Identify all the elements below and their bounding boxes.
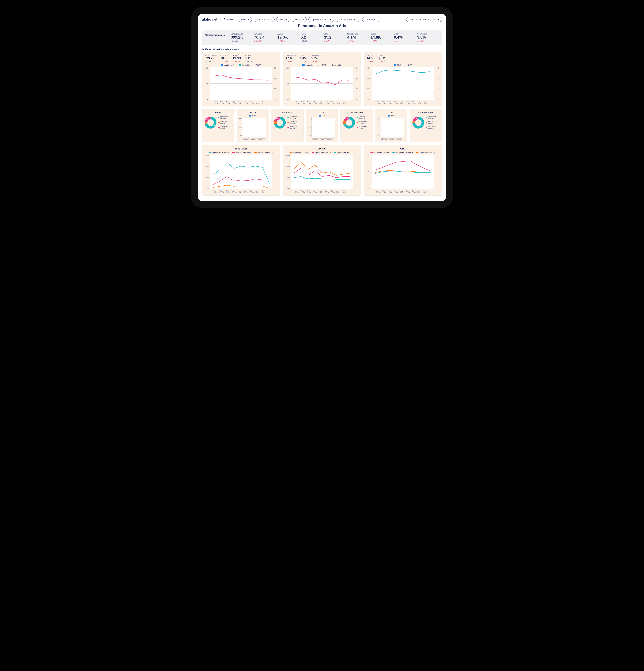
chevron-down-icon: ▾ bbox=[248, 18, 249, 21]
svg-text:70.1%: 70.1% bbox=[282, 125, 286, 126]
filter-tipo-de-anuncio[interactable]: Tipo de anuncio▾ bbox=[336, 17, 361, 22]
chevron-down-icon: ▾ bbox=[438, 18, 439, 21]
svg-text:18.4%: 18.4% bbox=[345, 118, 349, 120]
chart-venta-donut: Venta71.8%23.0%Sponsored ProductsSponsor… bbox=[202, 109, 234, 142]
kpi-cpc: CPC$5.2-8.9% bbox=[324, 33, 346, 42]
chart-impresiones-ctr-conversion: Impresiones4.1M-2.4%CTR0.4%-2.4%Conversi… bbox=[283, 52, 361, 106]
chart-acos-bars: ACOSACOS40%20%0%Sponsored ProductsSponso… bbox=[237, 109, 269, 142]
chart-cpc-lines: CPCSponsored BrandsSponsored ProductsSpo… bbox=[364, 145, 442, 195]
breadcrumb: Amazon bbox=[224, 18, 235, 21]
page-title: Panorama de Amazon Ads bbox=[202, 24, 442, 28]
chart-conversiones-donut: Conversiones73.5%20.2%Sponsored Products… bbox=[410, 109, 442, 142]
logo: ataho.net bbox=[202, 17, 217, 22]
divider bbox=[220, 17, 220, 22]
chevron-down-icon: ▾ bbox=[271, 18, 272, 21]
chevron-down-icon: ▾ bbox=[330, 18, 331, 21]
filter-campa-a[interactable]: Campaña▾ bbox=[362, 17, 380, 22]
chevron-down-icon: ▾ bbox=[377, 18, 378, 21]
svg-text:23.0%: 23.0% bbox=[206, 118, 210, 120]
filter-tipo-de-produc-[interactable]: Tipo de produc...▾ bbox=[308, 17, 334, 22]
chart-inversion-donut: Inversión70.1%20.0%Sponsored ProductsSpo… bbox=[271, 109, 303, 142]
chart-cpc-bars: CPCCPC1050Sponsored ProductsSponsored Di… bbox=[375, 109, 407, 142]
chart-inversion-lines: InversiónSponsored ProductsSponsored Bra… bbox=[202, 145, 280, 195]
chevron-down-icon: ▾ bbox=[303, 18, 304, 21]
chart-impresiones-donut: Impresiones70.8%18.4%Sponsored ProductsS… bbox=[341, 109, 373, 142]
chevron-down-icon: ▾ bbox=[356, 18, 357, 21]
filter-seller[interactable]: Seller▾ bbox=[238, 17, 252, 22]
kpi-ctr: CTR0.4%-2.4% bbox=[394, 33, 416, 42]
header: ataho.net Amazon Seller▾Marketplace▾ASIN… bbox=[202, 17, 442, 22]
chevron-down-icon: ▾ bbox=[286, 18, 287, 21]
kpi-roas: ROAS5.228.3% bbox=[301, 33, 323, 42]
weekly-metrics: Métricas semanales: Venta por Ads399.2K1… bbox=[202, 30, 442, 45]
chart-venta-inversion-acos: Venta por Ads399.2K11.2%Inversión76.9K-1… bbox=[202, 52, 280, 106]
svg-text:73.5%: 73.5% bbox=[420, 125, 424, 126]
date-range-picker[interactable]: Jan 1, 2023 - Sep 25, 2023▾ bbox=[406, 17, 442, 22]
kpi-clicks: Clicks14.8K-4.8% bbox=[370, 33, 392, 42]
chart-clicks-cpc: Clicks14.8K-4.8%CPC$5.2-8.9%ClicksCPC60K… bbox=[364, 52, 442, 106]
kpi-venta-por-ads: Venta por Ads399.2K11.2% bbox=[231, 33, 253, 42]
filter-marketplace[interactable]: Marketplace▾ bbox=[254, 17, 275, 22]
chart-ctr-bars: CTRCTR1%0.5%0%Sponsored ProductsSponsore… bbox=[306, 109, 338, 142]
weekly-label: Métricas semanales: bbox=[205, 33, 229, 36]
period-label: Gráficas del período seleccionado: bbox=[202, 48, 442, 51]
svg-text:20.0%: 20.0% bbox=[275, 118, 279, 120]
kpi-acos: ACOS19.3%-22.1% bbox=[277, 33, 299, 42]
svg-text:20.2%: 20.2% bbox=[414, 118, 418, 120]
chart-acos-lines: ACOSSponsored DisplaySponsored BrandsSpo… bbox=[283, 145, 361, 195]
kpi-conversi-n: Conversión3.6%-3.9% bbox=[417, 33, 439, 42]
kpi-impresiones: Impresiones4.1M-2.4% bbox=[347, 33, 369, 42]
kpi-inversi-n: Inversión76.9K-13.3% bbox=[254, 33, 276, 42]
svg-text:70.8%: 70.8% bbox=[351, 125, 355, 126]
filter-asin[interactable]: ASIN▾ bbox=[276, 17, 290, 22]
filter-marca[interactable]: Marca▾ bbox=[292, 17, 307, 22]
svg-text:71.8%: 71.8% bbox=[212, 125, 216, 126]
